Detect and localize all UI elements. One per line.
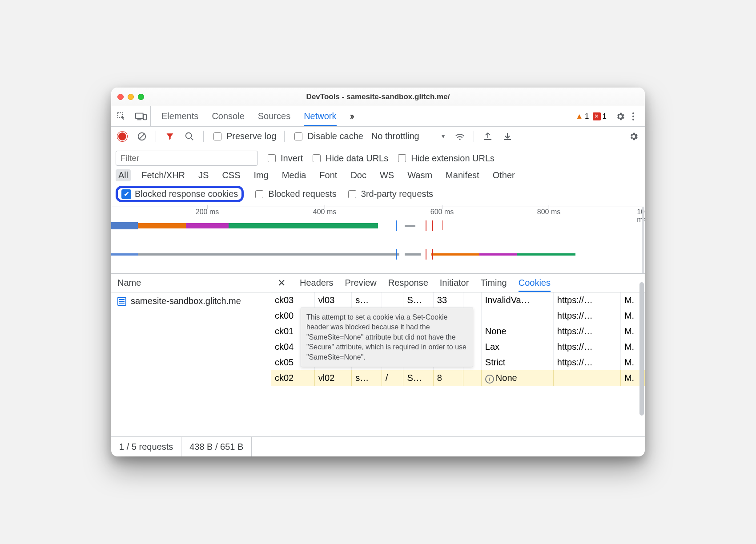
clear-button[interactable]	[136, 131, 148, 142]
svg-rect-1	[136, 113, 143, 118]
svg-line-5	[139, 133, 145, 139]
svg-point-8	[459, 138, 460, 140]
preserve-log-checkbox[interactable]: Preserve log	[212, 131, 276, 142]
network-conditions-icon[interactable]	[454, 131, 466, 142]
tab-console[interactable]: Console	[212, 106, 244, 126]
close-button[interactable]	[117, 94, 124, 100]
dtab-cookies[interactable]: Cookies	[519, 274, 551, 292]
info-icon: i	[485, 375, 494, 384]
minimize-button[interactable]	[128, 94, 134, 100]
type-pill-font[interactable]: Font	[317, 169, 340, 181]
type-pill-img[interactable]: Img	[251, 169, 271, 181]
titlebar: DevTools - samesite-sandbox.glitch.me/	[111, 88, 645, 106]
filters: Invert Hide data URLs Hide extension URL…	[111, 146, 645, 207]
warnings-count: 1	[585, 112, 589, 121]
inspect-icon[interactable]	[116, 111, 127, 122]
errors-count: 1	[603, 112, 607, 121]
window-scrollbar[interactable]	[639, 282, 644, 416]
tab-elements[interactable]: Elements	[161, 106, 198, 126]
svg-point-6	[186, 132, 192, 138]
status-bytes: 438 B / 651 B	[181, 437, 252, 456]
tick: 400 ms	[313, 207, 336, 216]
search-icon[interactable]	[184, 131, 195, 142]
dtab-initiator[interactable]: Initiator	[440, 274, 469, 292]
svg-rect-3	[144, 114, 147, 120]
tick: 200 ms	[196, 207, 219, 216]
filter-input[interactable]	[116, 151, 258, 166]
hide-extension-urls-checkbox[interactable]: Hide extension URLs	[396, 153, 495, 164]
type-pill-manifest[interactable]: Manifest	[443, 169, 482, 181]
maximize-button[interactable]	[138, 94, 144, 100]
network-toolbar: Preserve log Disable cache No throttling…	[111, 127, 645, 146]
name-column-header[interactable]: Name	[111, 274, 271, 292]
overview-scrollbar[interactable]	[642, 207, 644, 273]
type-pill-css[interactable]: CSS	[219, 169, 243, 181]
close-details-button[interactable]: ✕	[277, 277, 288, 289]
traffic-lights	[117, 94, 144, 100]
request-row[interactable]: samesite-sandbox.glitch.me	[111, 292, 271, 310]
network-settings-gear-icon[interactable]	[628, 131, 639, 142]
invert-checkbox[interactable]: Invert	[266, 153, 303, 164]
hide-data-urls-checkbox[interactable]: Hide data URLs	[311, 153, 388, 164]
devtools-window: DevTools - samesite-sandbox.glitch.me/ E…	[111, 88, 645, 456]
timeline-overview[interactable]: 200 ms400 ms600 ms800 ms1000 ms	[111, 207, 645, 274]
dtab-timing[interactable]: Timing	[480, 274, 507, 292]
cookie-row[interactable]: ck02vl02s…/S…8iNoneM.	[271, 370, 645, 386]
status-bar: 1 / 5 requests 438 B / 651 B	[111, 437, 645, 456]
record-button[interactable]	[117, 131, 128, 142]
main-split: Name samesite-sandbox.glitch.me ✕ Header…	[111, 274, 645, 437]
type-pill-other[interactable]: Other	[490, 169, 518, 181]
filter-funnel-icon[interactable]	[164, 131, 176, 142]
type-pill-fetch-xhr[interactable]: Fetch/XHR	[139, 169, 188, 181]
dtab-headers[interactable]: Headers	[300, 274, 334, 292]
dtab-preview[interactable]: Preview	[345, 274, 377, 292]
type-pill-doc[interactable]: Doc	[348, 169, 369, 181]
blocked-requests-checkbox[interactable]: Blocked requests	[253, 189, 336, 200]
more-menu-icon[interactable]	[630, 112, 637, 120]
request-details: ✕ Headers Preview Response Initiator Tim…	[271, 274, 645, 436]
panel-tabs: Elements Console Sources Network ›› ▲1 ✕…	[111, 106, 645, 127]
errors-badge[interactable]: ✕1	[593, 112, 607, 121]
type-pill-ws[interactable]: WS	[377, 169, 397, 181]
type-pill-media[interactable]: Media	[279, 169, 309, 181]
download-har-icon[interactable]	[502, 131, 513, 142]
tick: 800 ms	[537, 207, 560, 216]
type-pill-js[interactable]: JS	[196, 169, 211, 181]
blocked-response-cookies-highlight: ✔ Blocked response cookies	[116, 186, 244, 202]
type-filter-row: AllFetch/XHRJSCSSImgMediaFontDocWSWasmMa…	[116, 168, 640, 183]
disable-cache-checkbox[interactable]: Disable cache	[293, 131, 363, 142]
requests-list: Name samesite-sandbox.glitch.me	[111, 274, 271, 436]
window-title: DevTools - samesite-sandbox.glitch.me/	[144, 92, 612, 101]
svg-line-7	[191, 137, 193, 140]
settings-gear-icon[interactable]	[615, 111, 626, 122]
check-icon: ✔	[121, 189, 131, 199]
status-requests: 1 / 5 requests	[111, 437, 181, 456]
type-pill-all[interactable]: All	[116, 169, 131, 181]
tick: 600 ms	[430, 207, 454, 216]
warnings-badge[interactable]: ▲1	[575, 112, 589, 121]
blocked-cookie-tooltip: This attempt to set a cookie via a Set-C…	[301, 308, 473, 367]
tab-network[interactable]: Network	[304, 106, 336, 126]
request-name: samesite-sandbox.glitch.me	[131, 296, 241, 306]
cookie-row[interactable]: ck03vl03s…S…33InvalidVa…https://…M.	[271, 292, 645, 308]
blocked-response-cookies-checkbox[interactable]: ✔ Blocked response cookies	[121, 189, 238, 199]
tab-sources[interactable]: Sources	[258, 106, 290, 126]
dtab-response[interactable]: Response	[388, 274, 428, 292]
svg-rect-2	[137, 119, 141, 120]
upload-har-icon[interactable]	[482, 131, 494, 142]
document-icon	[117, 297, 126, 306]
third-party-requests-checkbox[interactable]: 3rd-party requests	[346, 189, 433, 200]
detail-tabs: ✕ Headers Preview Response Initiator Tim…	[271, 274, 645, 292]
type-pill-wasm[interactable]: Wasm	[405, 169, 435, 181]
more-tabs-icon[interactable]: ››	[350, 111, 353, 122]
device-toggle-icon[interactable]	[135, 111, 147, 122]
tab-list: Elements Console Sources Network ››	[152, 106, 362, 126]
throttling-select[interactable]: No throttling▼	[371, 131, 446, 141]
